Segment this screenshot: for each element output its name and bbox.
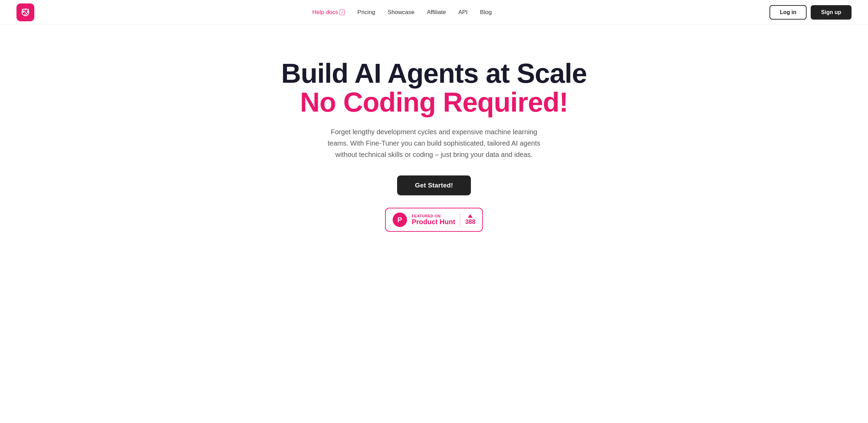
product-hunt-divider [460, 213, 460, 227]
external-link-icon: ↗ [339, 10, 345, 15]
login-button[interactable]: Log in [769, 5, 807, 20]
nav-api[interactable]: API [458, 9, 467, 16]
header: Help docs ↗ Pricing Showcase Affiliate A… [0, 0, 868, 25]
hero-title-line1: Build AI Agents at Scale [281, 58, 587, 89]
svg-point-3 [25, 9, 26, 10]
signup-button[interactable]: Sign up [811, 5, 852, 20]
svg-point-1 [22, 11, 24, 12]
nav-showcase[interactable]: Showcase [387, 9, 414, 16]
nav-blog[interactable]: Blog [480, 9, 492, 16]
main-nav: Help docs ↗ Pricing Showcase Affiliate A… [312, 9, 492, 16]
nav-help-docs[interactable]: Help docs ↗ [312, 9, 345, 16]
hero-title: Build AI Agents at Scale No Coding Requi… [281, 59, 587, 117]
product-hunt-logo: P [393, 213, 407, 227]
logo-icon [16, 3, 34, 21]
hero-subtitle: Forget lengthy development cycles and ex… [328, 126, 541, 160]
nav-affiliate[interactable]: Affiliate [427, 9, 446, 16]
product-hunt-votes: 388 [465, 214, 475, 226]
hero-section: Build AI Agents at Scale No Coding Requi… [0, 25, 868, 259]
get-started-button[interactable]: Get Started! [397, 175, 471, 195]
header-actions: Log in Sign up [769, 5, 852, 20]
hero-title-line2: No Coding Required! [300, 87, 568, 117]
product-hunt-featured-label: FEATURED ON [412, 214, 441, 218]
upvote-arrow-icon [468, 214, 473, 218]
product-hunt-name: Product Hunt [412, 218, 455, 226]
svg-point-2 [27, 11, 29, 12]
product-hunt-badge[interactable]: P FEATURED ON Product Hunt 388 [385, 208, 483, 232]
logo[interactable] [16, 3, 34, 21]
product-hunt-vote-count: 388 [465, 218, 475, 226]
product-hunt-text: FEATURED ON Product Hunt [412, 214, 455, 226]
nav-pricing[interactable]: Pricing [357, 9, 375, 16]
